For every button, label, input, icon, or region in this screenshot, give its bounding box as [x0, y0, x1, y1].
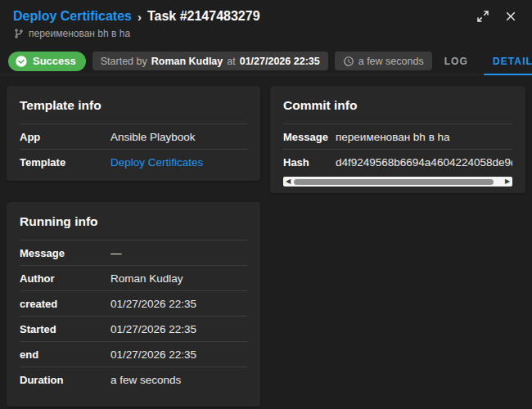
- table-row: end 01/27/2026 22:35: [20, 341, 247, 366]
- breadcrumb-template-link[interactable]: Deploy Certificates: [13, 9, 132, 24]
- row-label: created: [20, 298, 110, 310]
- row-value: a few seconds: [110, 374, 247, 386]
- running-info-title: Running info: [20, 202, 247, 240]
- breadcrumb-separator: ›: [138, 10, 142, 24]
- row-label: App: [20, 131, 110, 143]
- status-label: Success: [33, 55, 76, 67]
- tab-details[interactable]: DETAILS: [480, 47, 532, 75]
- row-value: 01/27/2026 22:35: [110, 348, 247, 361]
- row-label: Message: [20, 247, 110, 259]
- table-row: Author Roman Kudlay: [20, 265, 247, 290]
- template-info-card: Template info App Ansible Playbook Templ…: [7, 86, 260, 181]
- left-column: Template info App Ansible Playbook Templ…: [7, 86, 260, 407]
- row-label: Started: [20, 323, 110, 335]
- table-row: Duration a few seconds: [20, 366, 247, 392]
- row-value: 01/27/2026 22:35: [110, 298, 247, 310]
- row-label: Duration: [20, 374, 110, 386]
- scroll-left-arrow-icon[interactable]: ◀: [283, 177, 293, 187]
- commit-info-card: Commit info Message переименован bh в ha…: [270, 86, 525, 193]
- close-icon[interactable]: [503, 8, 519, 25]
- table-row: Template Deploy Certificates: [20, 149, 247, 174]
- row-value: —: [110, 247, 247, 259]
- details-content: Template info App Ansible Playbook Templ…: [0, 75, 532, 407]
- scroll-right-arrow-icon[interactable]: ▶: [503, 177, 512, 187]
- table-row: Message переименован bh в ha: [283, 124, 512, 149]
- tab-bar: LOG DETAILS SUMMARY: [432, 47, 532, 75]
- running-info-card: Running info Message — Author Roman Kudl…: [7, 202, 260, 407]
- table-row: Hash d4f9249568b6694a4604224058de9d9fb69…: [283, 149, 512, 174]
- tab-log[interactable]: LOG: [432, 47, 480, 75]
- commit-message-subtitle: переименован bh в ha: [29, 28, 130, 39]
- hash-horizontal-scrollbar[interactable]: ◀ ▶: [283, 177, 512, 187]
- title-row: Deploy Certificates › Task #2147483279: [13, 8, 519, 25]
- commit-subtitle-row: переименован bh в ha: [13, 28, 519, 39]
- duration-chip: a few seconds: [335, 52, 432, 70]
- row-label: Template: [20, 156, 110, 169]
- commit-info-title: Commit info: [283, 86, 512, 124]
- started-user-name: Roman Kudlay: [151, 56, 223, 67]
- task-details-dialog: Deploy Certificates › Task #2147483279 п…: [0, 0, 532, 409]
- template-link[interactable]: Deploy Certificates: [110, 156, 247, 169]
- right-column: Commit info Message переименован bh в ha…: [270, 86, 525, 193]
- status-badge: Success: [8, 52, 86, 71]
- status-toolbar: Success Started by Roman Kudlay at 01/27…: [0, 47, 532, 75]
- row-label: Author: [20, 272, 110, 285]
- table-row: App Ansible Playbook: [20, 124, 247, 149]
- clock-icon: [343, 56, 354, 67]
- row-label: Message: [283, 131, 336, 143]
- template-info-title: Template info: [20, 86, 247, 124]
- row-value: Ansible Playbook: [110, 131, 247, 143]
- expand-icon[interactable]: [475, 8, 491, 25]
- row-value: Roman Kudlay: [110, 272, 247, 285]
- row-value: 01/27/2026 22:35: [110, 323, 247, 335]
- git-branch-icon: [13, 28, 25, 39]
- started-by-chip: Started by Roman Kudlay at 01/27/2026 22…: [92, 52, 328, 70]
- table-row: created 01/27/2026 22:35: [20, 290, 247, 316]
- scrollbar-thumb[interactable]: [294, 179, 494, 185]
- duration-text: a few seconds: [358, 56, 424, 67]
- dialog-header: Deploy Certificates › Task #2147483279 п…: [0, 0, 532, 39]
- row-label: Hash: [283, 156, 336, 169]
- check-circle-icon: [15, 55, 28, 68]
- started-datetime: 01/27/2026 22:35: [240, 56, 320, 67]
- commit-hash-value: d4f9249568b6694a4604224058de9d9fb69689: [336, 156, 512, 169]
- row-label: end: [20, 348, 110, 361]
- page-title: Task #2147483279: [147, 9, 260, 24]
- table-row: Started 01/27/2026 22:35: [20, 316, 247, 341]
- table-row: Message —: [20, 240, 247, 265]
- header-actions: [475, 8, 519, 25]
- started-connector: at: [227, 56, 235, 67]
- started-prefix: Started by: [101, 56, 147, 67]
- row-value: переименован bh в ha: [336, 131, 512, 143]
